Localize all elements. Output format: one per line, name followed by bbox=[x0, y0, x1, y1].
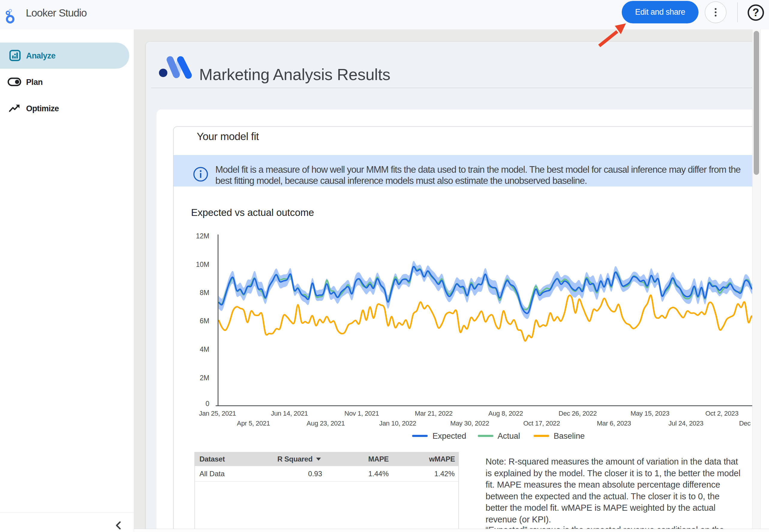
svg-text:Apr 5, 2021: Apr 5, 2021 bbox=[237, 420, 270, 427]
svg-text:Jan 10, 2022: Jan 10, 2022 bbox=[379, 420, 416, 427]
svg-text:Expected: Expected bbox=[432, 432, 466, 441]
svg-text:Mar 21, 2022: Mar 21, 2022 bbox=[415, 410, 453, 417]
svg-text:Mar 6, 2023: Mar 6, 2023 bbox=[597, 420, 631, 427]
svg-text:Oct 17, 2022: Oct 17, 2022 bbox=[523, 420, 560, 427]
svg-text:May 15, 2023: May 15, 2023 bbox=[630, 410, 669, 417]
svg-text:Actual: Actual bbox=[498, 432, 520, 441]
svg-text:10M: 10M bbox=[196, 261, 209, 268]
svg-text:Baseline: Baseline bbox=[554, 432, 585, 441]
svg-text:?: ? bbox=[753, 6, 759, 19]
svg-text:Dec 26, 2022: Dec 26, 2022 bbox=[558, 410, 597, 417]
svg-text:8M: 8M bbox=[200, 289, 209, 297]
svg-text:2M: 2M bbox=[200, 374, 209, 382]
svg-text:Aug 8, 2022: Aug 8, 2022 bbox=[488, 410, 523, 417]
svg-text:Oct 2, 2023: Oct 2, 2023 bbox=[705, 410, 739, 417]
svg-text:0: 0 bbox=[205, 400, 209, 408]
svg-text:May 30, 2022: May 30, 2022 bbox=[450, 420, 489, 427]
svg-text:4M: 4M bbox=[200, 345, 209, 353]
svg-text:Jun 14, 2021: Jun 14, 2021 bbox=[271, 410, 308, 417]
svg-text:Nov 1, 2021: Nov 1, 2021 bbox=[344, 410, 379, 417]
svg-text:Jul 24, 2023: Jul 24, 2023 bbox=[669, 420, 703, 427]
svg-text:6M: 6M bbox=[200, 317, 209, 325]
svg-text:Jan 25, 2021: Jan 25, 2021 bbox=[199, 410, 236, 417]
svg-text:Aug 23, 2021: Aug 23, 2021 bbox=[307, 420, 345, 427]
svg-text:12M: 12M bbox=[196, 232, 209, 240]
